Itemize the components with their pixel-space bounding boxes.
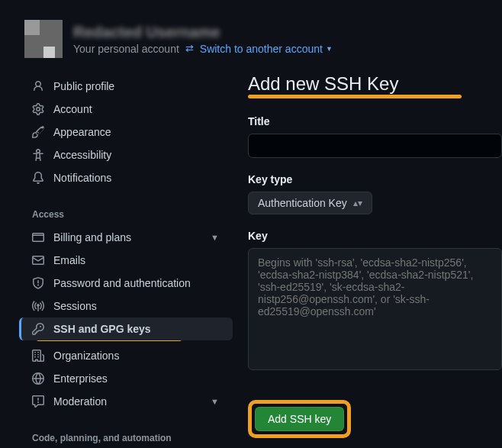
mail-icon: [32, 254, 44, 266]
key-textarea[interactable]: [248, 248, 502, 370]
field-key: Key: [248, 230, 502, 372]
select-caret-icon: ▴▾: [353, 198, 362, 208]
sidebar-item-label: Sessions: [53, 300, 224, 312]
sidebar-item-label: Public profile: [53, 80, 224, 92]
subheading: Your personal account ⇄ Switch to anothe…: [73, 43, 333, 55]
sidebar-item-label: Account: [53, 103, 224, 115]
keytype-value: Authentication Key: [258, 197, 347, 209]
field-keytype: Key type Authentication Key ▴▾: [248, 173, 502, 214]
credit-card-icon: [32, 231, 44, 243]
sidebar-item-billing[interactable]: Billing and plans ▼: [15, 226, 233, 249]
sidebar-item-accessibility[interactable]: Accessibility: [15, 143, 233, 166]
person-icon: [32, 80, 44, 92]
swap-icon: ⇄: [185, 43, 194, 54]
sidebar-item-label: Billing and plans: [53, 231, 201, 243]
paintbrush-icon: [32, 126, 44, 138]
settings-sidebar: Public profile Account Appearance Access…: [15, 70, 233, 448]
sidebar-item-label: Appearance: [53, 126, 224, 138]
switch-account-link[interactable]: Switch to another account ▼: [200, 43, 333, 55]
account-type-label: Your personal account: [73, 43, 179, 55]
organization-icon: [32, 350, 44, 362]
sidebar-item-label: Notifications: [53, 172, 224, 184]
sidebar-item-enterprises[interactable]: Enterprises: [15, 367, 233, 390]
key-icon: [32, 323, 44, 335]
switch-account-label: Switch to another account: [200, 43, 323, 55]
main-content: Add new SSH Key Title Key type Authentic…: [248, 70, 502, 448]
keytype-select[interactable]: Authentication Key ▴▾: [248, 192, 372, 214]
sidebar-item-label: Organizations: [53, 350, 224, 362]
sidebar-section-code: Code, planning, and automation: [15, 421, 233, 448]
gear-icon: [32, 103, 44, 115]
account-header: Redacted Username Your personal account …: [0, 0, 502, 64]
caret-down-icon: ▼: [326, 45, 333, 53]
sidebar-item-ssh-gpg[interactable]: SSH and GPG keys: [19, 317, 233, 340]
header-text: Redacted Username Your personal account …: [73, 24, 333, 55]
sidebar-item-label: Moderation: [53, 395, 201, 408]
sidebar-item-organizations[interactable]: Organizations: [15, 344, 233, 367]
globe-icon: [32, 372, 44, 385]
sidebar-item-sessions[interactable]: Sessions: [15, 295, 233, 317]
sidebar-item-public-profile[interactable]: Public profile: [15, 75, 233, 98]
avatar[interactable]: [24, 20, 63, 58]
accessibility-icon: [32, 149, 44, 161]
sidebar-item-label: Accessibility: [53, 149, 224, 161]
sidebar-item-label: Enterprises: [53, 372, 224, 385]
submit-highlight-box: Add SSH key: [248, 400, 351, 438]
sidebar-item-password-auth[interactable]: Password and authentication: [15, 272, 233, 295]
title-label: Title: [248, 115, 502, 127]
highlight-underline: [248, 95, 462, 98]
chevron-down-icon: ▼: [211, 397, 219, 406]
keytype-label: Key type: [248, 173, 502, 185]
sidebar-item-label: SSH and GPG keys: [53, 323, 224, 335]
sidebar-item-emails[interactable]: Emails: [15, 249, 233, 272]
sidebar-item-notifications[interactable]: Notifications: [15, 166, 233, 189]
sidebar-item-label: Emails: [53, 254, 224, 266]
sidebar-item-appearance[interactable]: Appearance: [15, 121, 233, 143]
sidebar-item-moderation[interactable]: Moderation ▼: [15, 390, 233, 413]
title-input[interactable]: [248, 134, 502, 158]
sidebar-section-access: Access: [15, 197, 233, 226]
shield-lock-icon: [32, 277, 44, 289]
chevron-down-icon: ▼: [211, 233, 219, 242]
broadcast-icon: [32, 300, 44, 312]
field-title: Title: [248, 115, 502, 158]
username: Redacted Username: [73, 24, 333, 41]
bell-icon: [32, 172, 44, 184]
add-ssh-key-button[interactable]: Add SSH key: [255, 407, 344, 431]
sidebar-item-label: Password and authentication: [53, 277, 224, 289]
sidebar-item-account[interactable]: Account: [15, 98, 233, 121]
report-icon: [32, 395, 44, 408]
key-label: Key: [248, 230, 502, 242]
page-title: Add new SSH Key: [248, 73, 502, 98]
